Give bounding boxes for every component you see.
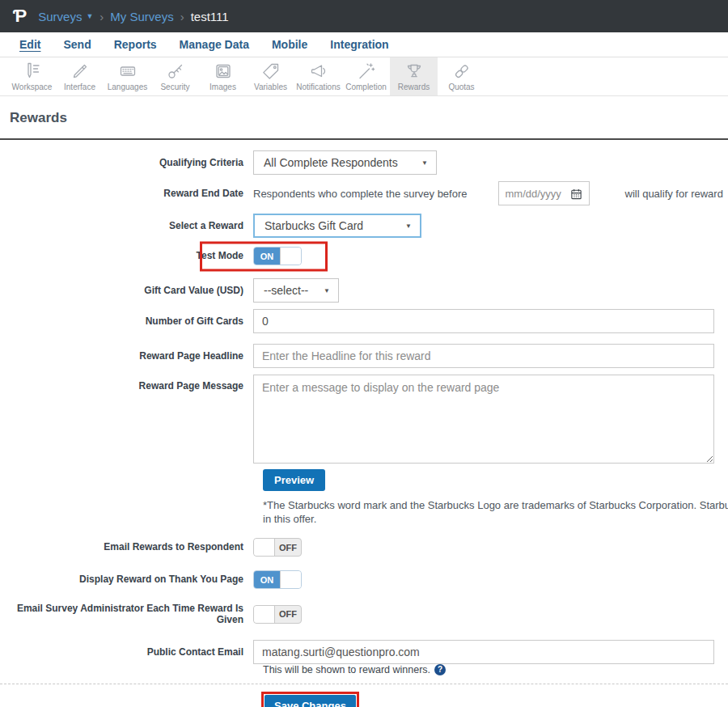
question-mark-icon[interactable]: ? (434, 664, 446, 675)
qualifying-criteria-label: Qualifying Criteria (0, 157, 253, 168)
help-text: This will be shown to reward winners. (263, 664, 430, 675)
image-icon (214, 61, 233, 81)
chevron-down-icon: ▼ (324, 287, 330, 294)
email-admin-label: Email Survey Administrator Each Time Rew… (0, 603, 253, 626)
gift-card-value-label: Gift Card Value (USD) (0, 285, 253, 296)
public-contact-email-row: Public Contact Email (0, 640, 728, 664)
breadcrumb-surveys-label: Surveys (38, 10, 82, 23)
toggle-knob (254, 606, 275, 623)
rewards-form: Qualifying Criteria All Complete Respond… (0, 140, 728, 707)
magic-wand-icon (357, 61, 376, 81)
annotation-highlight-box: Save Changes (261, 692, 359, 707)
toolbar-item-notifications[interactable]: Notifications (294, 57, 342, 95)
breadcrumb-my-surveys[interactable]: My Surveys (110, 10, 173, 23)
reward-end-date-label: Reward End Date (0, 188, 253, 199)
email-rewards-row: Email Rewards to Respondent OFF (0, 538, 728, 557)
breadcrumb-current-survey: test111 (191, 10, 229, 23)
reward-end-date-suffix-text: will qualify for reward (625, 188, 723, 200)
reward-end-date-prefix-text: Respondents who complete the survey befo… (253, 188, 468, 200)
dashed-divider (0, 684, 728, 684)
starbucks-disclaimer-text: *The Starbucks word mark and the Starbuc… (263, 498, 728, 526)
tab-manage-data[interactable]: Manage Data (168, 38, 260, 51)
select-reward-value: Starbucks Gift Card (265, 219, 363, 232)
chevron-down-icon: ▼ (86, 12, 93, 20)
toolbar-item-label: Completion (345, 83, 387, 91)
preview-row: Preview (263, 469, 728, 491)
toolbar-item-languages[interactable]: Languages (104, 57, 151, 95)
test-mode-toggle[interactable]: ON (253, 247, 302, 265)
qualifying-criteria-row: Qualifying Criteria All Complete Respond… (0, 150, 728, 175)
calendar-icon (570, 188, 582, 200)
save-row: Save Changes (261, 692, 728, 707)
toggle-on-label: ON (254, 248, 280, 265)
questionpro-logo[interactable]: Ƥ (13, 6, 27, 27)
toolbar-item-label: Workspace (12, 83, 53, 91)
display-reward-label: Display Reward on Thank You Page (0, 574, 253, 585)
select-reward-select[interactable]: Starbucks Gift Card ▼ (253, 214, 421, 238)
reward-page-message-row: Reward Page Message (0, 375, 728, 464)
reward-page-headline-input[interactable] (253, 344, 714, 368)
tab-edit[interactable]: Edit (8, 38, 52, 51)
key-icon (166, 61, 185, 81)
toolbar-item-label: Languages (108, 83, 148, 91)
qualifying-criteria-value: All Complete Respondents (264, 156, 398, 169)
gift-card-value-row: Gift Card Value (USD) --select-- ▼ (0, 278, 728, 303)
tab-mobile[interactable]: Mobile (260, 38, 319, 51)
number-of-gift-cards-label: Number of Gift Cards (0, 315, 253, 327)
reward-page-message-label: Reward Page Message (0, 375, 253, 392)
test-mode-row: Test Mode ON (0, 247, 728, 265)
date-placeholder: mm/dd/yyyy (506, 188, 561, 200)
toggle-off-label: OFF (275, 606, 301, 623)
page-title: Rewards (0, 96, 728, 138)
gift-card-value-value: --select-- (264, 284, 308, 297)
reward-end-date-input[interactable]: mm/dd/yyyy (498, 181, 590, 205)
public-contact-email-input[interactable] (253, 640, 714, 664)
select-reward-row: Select a Reward Starbucks Gift Card ▼ (0, 214, 728, 238)
tab-integration[interactable]: Integration (319, 38, 400, 51)
workspace-icon (23, 61, 42, 81)
toolbar-item-label: Rewards (398, 83, 430, 91)
tab-reports[interactable]: Reports (103, 38, 168, 51)
toolbar-item-rewards[interactable]: Rewards (390, 57, 438, 95)
toolbar-item-label: Images (210, 83, 236, 91)
qualifying-criteria-select[interactable]: All Complete Respondents ▼ (253, 150, 437, 175)
preview-button[interactable]: Preview (263, 469, 325, 491)
reward-page-message-textarea[interactable] (253, 375, 714, 464)
toolbar-item-label: Notifications (296, 83, 340, 91)
interface-icon (70, 61, 90, 81)
chevron-down-icon: ▼ (405, 222, 412, 230)
test-mode-label: Test Mode (0, 250, 253, 261)
toolbar-item-label: Variables (254, 83, 287, 91)
email-admin-row: Email Survey Administrator Each Time Rew… (0, 603, 728, 626)
chain-links-icon (452, 61, 472, 81)
number-of-gift-cards-input[interactable] (253, 309, 714, 333)
toolbar-item-workspace[interactable]: Workspace (8, 57, 56, 95)
breadcrumb-separator: › (99, 10, 104, 23)
toolbar-item-images[interactable]: Images (199, 57, 247, 95)
gift-card-value-select[interactable]: --select-- ▼ (253, 278, 339, 303)
chevron-down-icon: ▼ (421, 159, 428, 167)
tab-send[interactable]: Send (52, 38, 102, 51)
save-changes-button[interactable]: Save Changes (265, 695, 356, 707)
public-contact-email-label: Public Contact Email (0, 646, 253, 658)
toolbar-item-security[interactable]: Security (151, 57, 199, 95)
display-reward-toggle[interactable]: ON (253, 570, 302, 589)
breadcrumb-my-surveys-label: My Surveys (110, 10, 173, 23)
main-nav: Edit Send Reports Manage Data Mobile Int… (0, 32, 728, 57)
reward-end-date-row: Reward End Date Respondents who complete… (0, 181, 728, 205)
toolbar-item-quotas[interactable]: Quotas (438, 57, 485, 95)
megaphone-icon (309, 61, 328, 81)
toolbar-item-variables[interactable]: Variables (247, 57, 294, 95)
number-of-gift-cards-row: Number of Gift Cards (0, 309, 728, 333)
select-reward-label: Select a Reward (0, 220, 253, 231)
toggle-on-label: ON (254, 571, 280, 588)
toolbar-item-completion[interactable]: Completion (342, 57, 390, 95)
email-rewards-toggle[interactable]: OFF (253, 538, 302, 557)
breadcrumb-surveys[interactable]: Surveys ▼ (38, 10, 93, 23)
reward-page-headline-label: Reward Page Headline (0, 350, 253, 362)
toolbar-item-label: Quotas (448, 83, 474, 91)
toggle-knob (280, 571, 301, 588)
toolbar-item-interface[interactable]: Interface (56, 57, 104, 95)
toggle-off-label: OFF (275, 539, 301, 556)
email-admin-toggle[interactable]: OFF (253, 605, 302, 624)
